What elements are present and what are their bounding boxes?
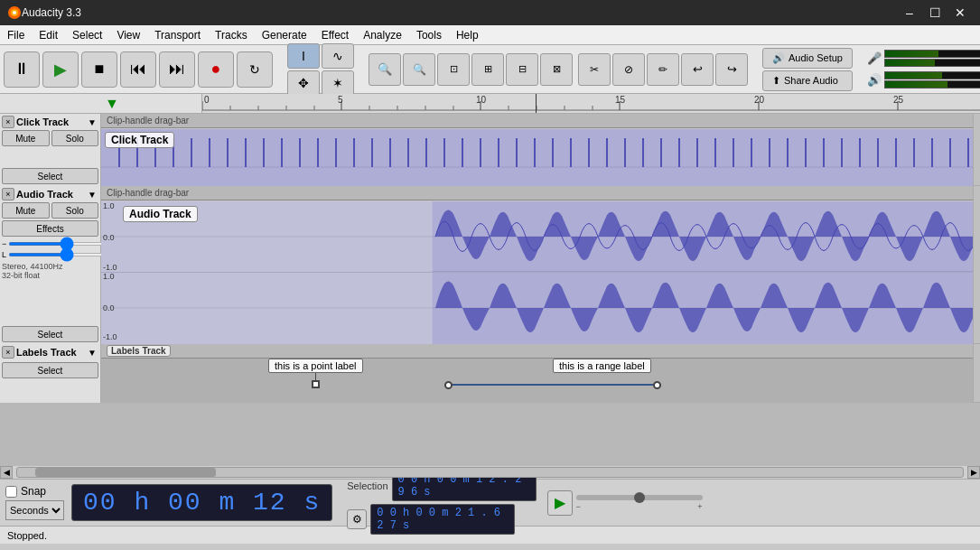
redo-button[interactable]: ↪ [715, 53, 748, 86]
audio-track-controls: × Audio Track ▼ Mute Solo Effects − + L … [0, 186, 101, 344]
minimize-button[interactable]: – [897, 0, 922, 25]
click-track-clip-handle: Clip-handle drag-bar [101, 114, 973, 128]
loop-button[interactable]: ↻ [237, 51, 273, 88]
fit-project-button[interactable]: ⊡ [437, 53, 470, 86]
snap-checkbox[interactable] [5, 486, 17, 498]
speaker-icon: 🔊 [772, 52, 785, 64]
titlebar: Audacity 3.3 – ☐ ✕ [0, 0, 980, 25]
speaker-meter-icon: 🔊 [867, 73, 882, 87]
point-label-marker [312, 380, 320, 388]
audio-track-menu-button[interactable]: ▼ [86, 188, 98, 200]
zoom-sel-button[interactable]: ⊠ [540, 53, 573, 86]
audio-track-info: Stereo, 44100Hz 32-bit float [2, 262, 98, 280]
range-end-marker [653, 381, 661, 389]
menu-select[interactable]: Select [65, 27, 109, 43]
selection-settings-button[interactable]: ⚙ [347, 509, 367, 529]
toggle-zoom-button[interactable]: ⊟ [506, 53, 538, 86]
undo-button[interactable]: ↩ [681, 53, 714, 86]
audio-setup-button[interactable]: 🔊 Audio Setup [762, 48, 853, 69]
window-controls: – ☐ ✕ [897, 0, 973, 25]
labels-track-resize[interactable] [973, 344, 980, 402]
speed-slider[interactable] [576, 495, 703, 500]
play-speed-play-button[interactable]: ▶ [547, 490, 573, 516]
zoom-out-button[interactable]: 🔍 [403, 53, 435, 86]
tool-buttons: I ∿ ✥ ✶ [287, 43, 354, 96]
selection-section: Selection 0 0 h 0 0 m 1 2 . 2 9 6 s ⚙ 0 … [347, 471, 536, 535]
vu-meters: 🎤 RL 🔊 [867, 50, 980, 88]
zoom-tool-button[interactable]: ✥ [287, 70, 320, 96]
envelope-tool-button[interactable]: ∿ [322, 43, 354, 69]
svg-text:0: 0 [204, 95, 210, 105]
menu-generate[interactable]: Generate [255, 27, 314, 43]
click-track-solo-button[interactable]: Solo [51, 130, 99, 146]
status-text: Stopped. [7, 530, 47, 541]
audio-track-row: × Audio Track ▼ Mute Solo Effects − + L … [0, 186, 980, 344]
menu-tracks[interactable]: Tracks [208, 27, 255, 43]
share-audio-button[interactable]: ⬆ Share Audio [762, 70, 853, 91]
click-track-content[interactable]: Clip-handle drag-bar 1 0 -1 Click Track [101, 114, 973, 186]
audio-track-solo-button[interactable]: Solo [51, 202, 99, 219]
labels-track-content[interactable]: Labels Track this is a point label this … [101, 344, 973, 403]
menu-transport[interactable]: Transport [147, 27, 208, 43]
silence-button[interactable]: ⊘ [612, 53, 645, 86]
click-track-waveform [101, 129, 973, 186]
skip-end-button[interactable]: ⏭ [159, 51, 195, 88]
audio-track-effects-button[interactable]: Effects [2, 220, 98, 237]
maximize-button[interactable]: ☐ [922, 0, 947, 25]
seconds-select[interactable]: Seconds Minutes Samples [5, 500, 64, 520]
menu-tools[interactable]: Tools [409, 27, 449, 43]
audio-track-name: Audio Track [16, 189, 84, 200]
menu-effect[interactable]: Effect [314, 27, 356, 43]
app-title: Audacity 3.3 [22, 6, 897, 19]
hscroll-track [16, 467, 964, 478]
ruler-scale: 0 5 10 15 20 25 30 [202, 94, 980, 113]
svg-text:15: 15 [615, 95, 626, 105]
record-button[interactable]: ● [198, 51, 234, 88]
range-start-marker [444, 381, 453, 389]
menu-view[interactable]: View [109, 27, 147, 43]
menu-edit[interactable]: Edit [32, 27, 65, 43]
hscroll-thumb[interactable] [35, 468, 216, 477]
multi-tool-button[interactable]: ✶ [322, 70, 354, 96]
audio-track-select-button[interactable]: Select [2, 326, 98, 342]
speed-slider-thumb[interactable] [634, 492, 645, 503]
close-button[interactable]: ✕ [947, 0, 973, 25]
audio-track-mute-button[interactable]: Mute [2, 202, 50, 219]
bottombar: Snap Seconds Minutes Samples 00 h 00 m 1… [0, 479, 980, 526]
menubar: File Edit Select View Transport Tracks G… [0, 25, 980, 45]
skip-start-button[interactable]: ⏮ [120, 51, 156, 88]
fit-selection-button[interactable]: ⊞ [471, 53, 504, 86]
pause-button[interactable]: ⏸ [4, 51, 40, 88]
audio-track-waveform-label: Audio Track [123, 206, 198, 222]
labels-track-name: Labels Track [16, 347, 84, 358]
play-button[interactable]: ▶ [42, 51, 79, 88]
draw-button[interactable]: ✏ [647, 53, 679, 86]
click-track-mute-button[interactable]: Mute [2, 130, 50, 146]
labels-track-menu-button[interactable]: ▼ [86, 346, 98, 359]
audio-track-content[interactable]: Clip-handle drag-bar 1.0 0.0 -1.0 1.0 0.… [101, 186, 973, 344]
hscrollbar: ◀ ▶ [0, 466, 980, 479]
click-track-select-button[interactable]: Select [2, 168, 98, 184]
hscroll-left-button[interactable]: ◀ [0, 466, 13, 479]
input-vu-r [884, 50, 980, 58]
labels-track-close-button[interactable]: × [2, 346, 14, 359]
menu-analyze[interactable]: Analyze [356, 27, 409, 43]
range-label-box: this is a range label [553, 359, 651, 373]
select-tool-button[interactable]: I [287, 43, 320, 69]
trim-button[interactable]: ✂ [578, 53, 611, 86]
zoom-controls: 🔍 🔍 ⊡ ⊞ ⊟ ⊠ [369, 53, 573, 86]
menu-file[interactable]: File [0, 27, 32, 43]
zoom-in-button[interactable]: 🔍 [369, 53, 401, 86]
output-vu-r [884, 71, 980, 79]
audio-track-close-button[interactable]: × [2, 188, 14, 200]
stop-button[interactable]: ■ [81, 51, 117, 88]
audio-track-resize[interactable] [973, 186, 980, 343]
menu-help[interactable]: Help [449, 27, 486, 43]
click-track-resize[interactable] [973, 114, 980, 185]
svg-rect-86 [101, 273, 433, 344]
svg-text:5: 5 [338, 95, 343, 105]
hscroll-right-button[interactable]: ▶ [967, 466, 980, 479]
click-track-close-button[interactable]: × [2, 116, 14, 128]
labels-track-select-button[interactable]: Select [2, 362, 98, 378]
click-track-menu-button[interactable]: ▼ [86, 116, 98, 128]
